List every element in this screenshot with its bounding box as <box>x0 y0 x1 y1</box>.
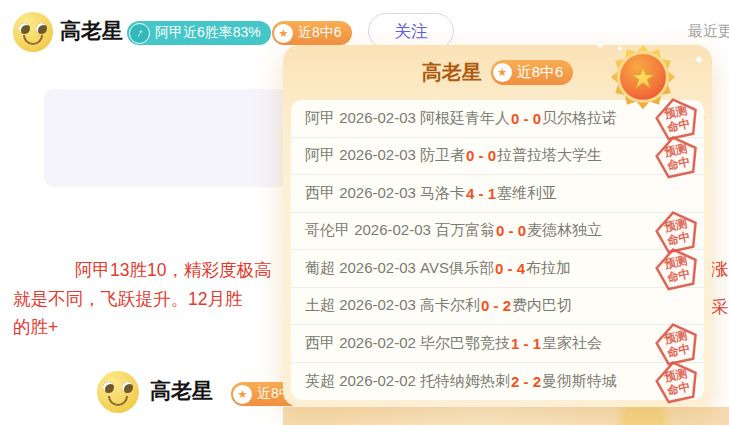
match-list: 阿甲 2026-02-03 阿根廷青年人0 - 0贝尔格拉诺 预测 命中 阿甲 … <box>291 100 704 400</box>
hit-streak-badge-label: 近8中6 <box>517 63 564 82</box>
match-row[interactable]: 阿甲 2026-02-03 防卫者0 - 0拉普拉塔大学生 预测 命中 <box>291 138 704 176</box>
win-rate-badge: ↑ 阿甲近6胜率83% <box>127 21 271 45</box>
match-score: 1 - 1 <box>511 335 541 352</box>
article-line-3: 的胜+ <box>13 315 58 339</box>
clipped-text-fragment: 采 <box>711 295 729 319</box>
user-name[interactable]: 高老星 <box>60 17 123 45</box>
article-line-2: 就是不同，飞跃提升。12月胜 <box>13 287 242 311</box>
match-away-team: 布拉加 <box>526 259 571 278</box>
hit-streak-badge: ★ 近8中6 <box>272 21 352 45</box>
match-score: 0 - 2 <box>481 297 511 314</box>
match-away-team: 费内巴切 <box>512 296 572 315</box>
sparkle-icon: ✦ <box>694 53 704 67</box>
svg-text:★: ★ <box>629 61 656 94</box>
win-rate-badge-label: 阿甲近6胜率83% <box>155 24 261 42</box>
match-away-team: 塞维利亚 <box>497 184 557 203</box>
medal-icon: ★ ✦ <box>604 36 682 114</box>
hit-streak-badge: ★ 近8中6 <box>491 60 574 85</box>
star-icon: ★ <box>274 24 293 43</box>
match-away-team: 麦德林独立 <box>527 221 602 240</box>
match-away-team: 皇家社会 <box>542 334 602 353</box>
match-info: 阿甲 2026-02-03 阿根廷青年人 <box>305 109 510 128</box>
match-info: 葡超 2026-02-03 AVS俱乐部 <box>305 259 494 278</box>
avatar-smile-icon <box>23 35 43 45</box>
avatar-eye-icon <box>19 23 30 34</box>
prediction-history-popup: 高老星 ★ 近8中6 阿甲 2026-02-03 阿根廷青年人0 - 0贝尔格拉… <box>283 45 712 407</box>
match-score: 4 - 1 <box>466 185 496 202</box>
up-arrow-icon: ↑ <box>129 23 150 44</box>
popup-title: 高老星 <box>422 59 482 86</box>
match-row[interactable]: 葡超 2026-02-03 AVS俱乐部0 - 4布拉加 预测 命中 <box>291 250 704 288</box>
match-away-team: 曼彻斯特城 <box>542 372 617 391</box>
avatar-eye-icon <box>36 23 47 34</box>
match-info: 西甲 2026-02-03 马洛卡 <box>305 184 465 203</box>
match-row[interactable]: 西甲 2026-02-02 毕尔巴鄂竞技1 - 1皇家社会 预测 命中 <box>291 325 704 363</box>
avatar-eye-icon <box>103 382 114 393</box>
page-background-band <box>283 407 729 425</box>
match-row[interactable]: 哥伦甲 2026-02-03 百万富翁0 - 0麦德林独立 预测 命中 <box>291 213 704 251</box>
page: 高老星 ↑ 阿甲近6胜率83% ★ 近8中6 关注 最近更 阿甲13胜10，精彩… <box>0 0 729 425</box>
star-icon: ★ <box>233 385 252 404</box>
user-name[interactable]: 高老星 <box>150 377 213 405</box>
match-row[interactable]: 土超 2026-02-03 高卡尔利0 - 2费内巴切 <box>291 288 704 326</box>
sparkle-icon: ✦ <box>701 113 709 123</box>
match-row[interactable]: 英超 2026-02-02 托特纳姆热刺2 - 2曼彻斯特城 预测 命中 <box>291 363 704 401</box>
match-score: 0 - 0 <box>466 147 496 164</box>
match-score: 0 - 0 <box>511 110 541 127</box>
clipped-text-fragment: 涨 <box>711 257 729 281</box>
match-score: 0 - 4 <box>495 260 525 277</box>
match-score: 0 - 0 <box>496 222 526 239</box>
match-info: 西甲 2026-02-02 毕尔巴鄂竞技 <box>305 334 510 353</box>
hit-streak-badge-label: 近8中6 <box>298 24 342 42</box>
match-away-team: 拉普拉塔大学生 <box>497 146 602 165</box>
article-line-1: 阿甲13胜10，精彩度极高 <box>75 258 271 282</box>
match-info: 英超 2026-02-02 托特纳姆热刺 <box>305 372 510 391</box>
user-avatar[interactable] <box>13 12 53 52</box>
sparkle-icon: ✦ <box>596 41 604 51</box>
svg-text:✦: ✦ <box>616 43 624 54</box>
avatar-smile-icon <box>108 396 128 406</box>
star-icon: ★ <box>493 63 512 82</box>
user-avatar[interactable] <box>97 371 139 413</box>
avatar-eye-icon <box>122 382 133 393</box>
follow-button[interactable]: 关注 <box>368 13 454 49</box>
prediction-hit-stamp-icon: 预测 命中 <box>650 355 704 408</box>
recent-update-label: 最近更 <box>688 22 729 41</box>
match-score: 2 - 2 <box>511 373 541 390</box>
match-info: 阿甲 2026-02-03 防卫者 <box>305 146 465 165</box>
match-row[interactable]: 西甲 2026-02-03 马洛卡4 - 1塞维利亚 <box>291 175 704 213</box>
match-info: 土超 2026-02-03 高卡尔利 <box>305 296 480 315</box>
match-info: 哥伦甲 2026-02-03 百万富翁 <box>305 221 495 240</box>
